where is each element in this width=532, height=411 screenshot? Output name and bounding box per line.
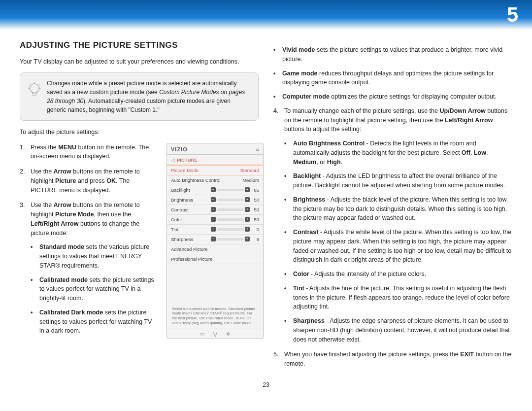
osd-panel: VIZIO ⌂ ◁PICTURE Picture ModeStandardAut… xyxy=(166,143,264,339)
svg-line-2 xyxy=(30,84,31,85)
page-body: ADJUSTING THE PICTURE SETTINGS Your TV d… xyxy=(0,30,532,379)
section-heading: ADJUSTING THE PICTURE SETTINGS xyxy=(20,40,259,50)
steps-wrap: Press the MENU button on the remote. The… xyxy=(20,143,259,336)
setting-sharpness: Sharpness - Adjusts the edge sharpness o… xyxy=(284,316,512,344)
osd-row: Picture ModeStandard xyxy=(167,165,263,175)
gear-icon: ✲ xyxy=(226,331,230,337)
setting-color: Color - Adjusts the intensity of the pic… xyxy=(284,270,512,279)
setting-contrast: Contrast - Adjusts the white level of th… xyxy=(284,228,512,265)
setting-backlight: Backlight - Adjusts the LED brightness t… xyxy=(284,171,512,190)
osd-row: Color−+59 xyxy=(167,215,263,225)
osd-row: Advanced Picture xyxy=(167,244,263,254)
mode-sublist: Standard mode sets the various picture s… xyxy=(31,242,158,336)
osd-rows: Picture ModeStandardAuto Brightness Cont… xyxy=(167,165,263,264)
step-1: Press the MENU button on the remote. The… xyxy=(20,143,158,162)
mode-standard: Standard mode sets the various picture s… xyxy=(31,242,158,270)
osd-row: Tint−+0 xyxy=(167,225,263,235)
home-icon: ⌂ xyxy=(256,146,259,152)
page-number: 23 xyxy=(0,379,532,388)
mode-game: Game mode reduces throughput delays and … xyxy=(273,69,512,88)
osd-row: Auto Brightness ControlMedium xyxy=(167,175,263,185)
lead-text: To adjust the picture settings: xyxy=(20,128,259,137)
step-4: To manually change each of the picture s… xyxy=(273,106,512,344)
osd-logo: VIZIO xyxy=(171,146,188,152)
intro-paragraph: Your TV display can be adjusted to suit … xyxy=(20,57,259,67)
wide-icon: ▭ xyxy=(200,331,204,337)
mode-vivid: Vivid mode sets the picture settings to … xyxy=(273,45,512,64)
osd-row: Brightness−+50 xyxy=(167,195,263,205)
step-3: Use the Arrow buttons on the remote to h… xyxy=(20,201,158,336)
chapter-number: 5 xyxy=(507,3,518,27)
tip-box: Changes made while a preset picture mode… xyxy=(20,72,259,121)
chapter-header: 5 xyxy=(0,0,532,30)
settings-sublist: Auto Brightness Control - Detects the li… xyxy=(284,139,512,344)
left-column: ADJUSTING THE PICTURE SETTINGS Your TV d… xyxy=(20,40,259,375)
expand-icon: ⋁ xyxy=(213,331,217,337)
osd-row: Contrast−+50 xyxy=(167,205,263,215)
setting-tint: Tint - Adjusts the hue of the picture. T… xyxy=(284,284,512,311)
step-5: When you have finished adjusting the pic… xyxy=(273,350,512,369)
mode-calibrated: Calibrated mode sets the picture setting… xyxy=(31,275,158,303)
osd-help-text: Select from preset picture modes. Standa… xyxy=(167,304,263,329)
osd-breadcrumb: ◁PICTURE xyxy=(167,155,263,165)
setting-abc: Auto Brightness Control - Detects the li… xyxy=(284,139,512,167)
instruction-list-continued: To manually change each of the picture s… xyxy=(273,106,512,369)
osd-row: Backlight−+85 xyxy=(167,185,263,195)
right-column: Vivid mode sets the picture settings to … xyxy=(273,40,512,375)
mode-calibrated-dark: Calibrated Dark mode sets the picture se… xyxy=(31,308,158,336)
setting-brightness: Brightness - Adjusts the black level of … xyxy=(284,195,512,223)
svg-line-3 xyxy=(39,84,40,85)
mode-computer: Computer mode optimizes the picture sett… xyxy=(273,92,512,102)
osd-footer: ▭ ⋁ ✲ xyxy=(167,329,263,339)
step-2: Use the Arrow buttons on the remote to h… xyxy=(20,167,158,195)
mode-sublist-continued: Vivid mode sets the picture settings to … xyxy=(273,45,512,102)
osd-row: Sharpness−+9 xyxy=(167,235,263,244)
svg-point-0 xyxy=(30,84,39,93)
osd-row: Professional Picture xyxy=(167,254,263,264)
lightbulb-icon xyxy=(27,82,42,101)
